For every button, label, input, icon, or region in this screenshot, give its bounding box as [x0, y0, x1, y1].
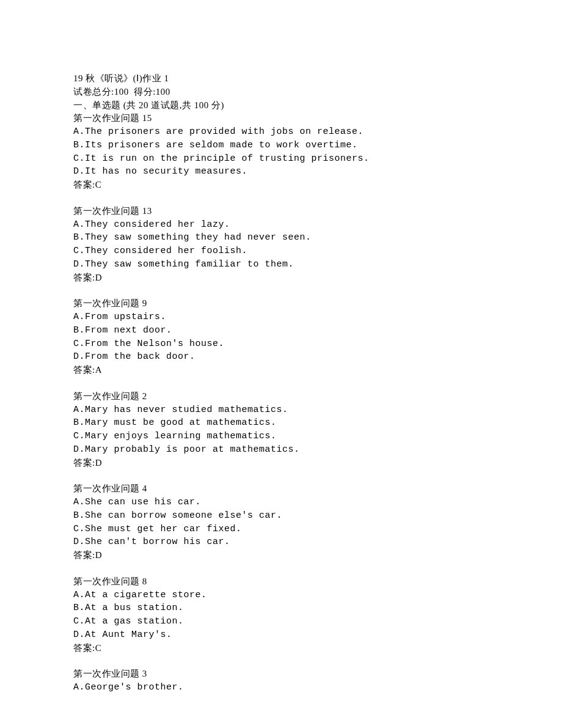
question-title: 第一次作业问题 15 — [73, 112, 489, 125]
option-a: A.She can use his car. — [73, 496, 489, 509]
option-a: A.Mary has never studied mathematics. — [73, 403, 489, 417]
question-title: 第一次作业问题 4 — [73, 482, 489, 496]
question-title: 第一次作业问题 8 — [73, 575, 489, 589]
question-block: 第一次作业问题 3 A.George's brother. — [73, 667, 489, 694]
document-title: 19 秋《听说》(Ⅰ)作业 1 — [73, 72, 489, 86]
answer-line: 答案:D — [73, 457, 489, 470]
option-c: C.It is run on the principle of trusting… — [73, 152, 489, 166]
section-title: 一、单选题 (共 20 道试题,共 100 分) — [73, 99, 489, 112]
option-c: C.At a gas station. — [73, 615, 489, 628]
option-a: A.From upstairs. — [73, 311, 489, 324]
question-title: 第一次作业问题 13 — [73, 205, 489, 218]
option-c: C.Mary enjoys learning mathematics. — [73, 430, 489, 443]
document-header: 19 秋《听说》(Ⅰ)作业 1 试卷总分:100 得分:100 一、单选题 (共… — [73, 72, 489, 192]
answer-line: 答案:D — [73, 549, 489, 562]
option-a: A.George's brother. — [73, 681, 489, 694]
option-c: C.She must get her car fixed. — [73, 523, 489, 536]
option-d: D.It has no security measures. — [73, 165, 489, 178]
option-a: A.They considered her lazy. — [73, 218, 489, 232]
answer-line: 答案:C — [73, 642, 489, 655]
option-b: B.Its prisoners are seldom made to work … — [73, 139, 489, 152]
question-block: 第一次作业问题 9 A.From upstairs. B.From next d… — [73, 297, 489, 377]
option-b: B.From next door. — [73, 324, 489, 337]
option-c: C.From the Nelson's house. — [73, 337, 489, 351]
answer-line: 答案:A — [73, 364, 489, 377]
option-d: D.At Aunt Mary's. — [73, 628, 489, 642]
question-title: 第一次作业问题 2 — [73, 390, 489, 403]
question-block: 第一次作业问题 13 A.They considered her lazy. B… — [73, 205, 489, 285]
option-d: D.She can't borrow his car. — [73, 535, 489, 549]
score-line: 试卷总分:100 得分:100 — [73, 86, 489, 99]
option-a: A.The prisoners are provided with jobs o… — [73, 125, 489, 139]
option-b: B.At a bus station. — [73, 601, 489, 615]
option-b: B.She can borrow someone else's car. — [73, 509, 489, 523]
question-block: 第一次作业问题 2 A.Mary has never studied mathe… — [73, 390, 489, 470]
option-b: B.Mary must be good at mathematics. — [73, 416, 489, 430]
answer-line: 答案:D — [73, 271, 489, 285]
option-c: C.They considered her foolish. — [73, 245, 489, 258]
option-a: A.At a cigarette store. — [73, 589, 489, 602]
document-page: 19 秋《听说》(Ⅰ)作业 1 试卷总分:100 得分:100 一、单选题 (共… — [0, 0, 562, 728]
answer-line: 答案:C — [73, 178, 489, 192]
option-d: D.They saw something familiar to them. — [73, 258, 489, 271]
option-d: D.Mary probably is poor at mathematics. — [73, 443, 489, 457]
question-block: 第一次作业问题 4 A.She can use his car. B.She c… — [73, 482, 489, 562]
question-title: 第一次作业问题 3 — [73, 667, 489, 681]
option-b: B.They saw something they had never seen… — [73, 231, 489, 245]
question-title: 第一次作业问题 9 — [73, 297, 489, 311]
question-block: 第一次作业问题 8 A.At a cigarette store. B.At a… — [73, 575, 489, 655]
option-d: D.From the back door. — [73, 350, 489, 364]
